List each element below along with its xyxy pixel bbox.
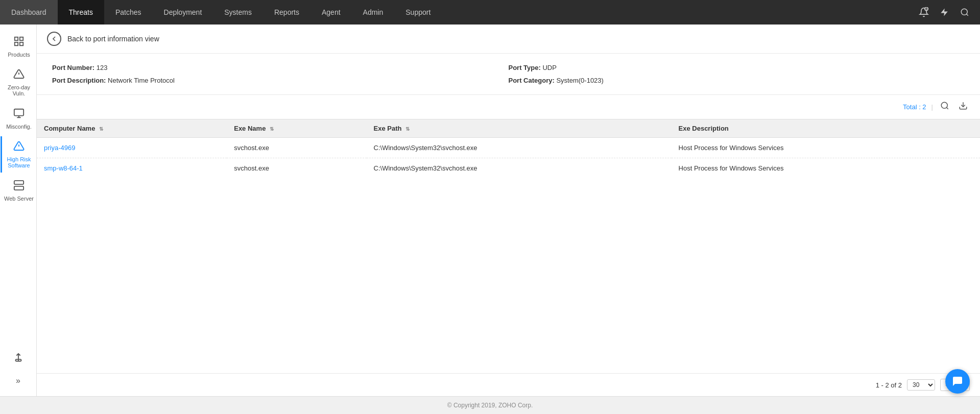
misconfig-icon <box>13 108 25 121</box>
chat-button[interactable] <box>945 369 970 394</box>
sidebar-webserver-label: Web Server <box>4 196 34 202</box>
port-description-field: Port Description: Network Time Protocol <box>52 77 509 84</box>
main-layout: Products Zero-day Vuln. Misconfig. High … <box>0 25 980 396</box>
col-exe-description-label: Exe Description <box>679 125 729 132</box>
search-table-button[interactable] <box>938 100 951 114</box>
nav-systems[interactable]: Systems <box>213 0 263 25</box>
cell-computer-name: priya-4969 <box>37 138 227 158</box>
col-computer-name-label: Computer Name <box>44 125 95 132</box>
col-exe-path[interactable]: Exe Path ⇅ <box>367 119 672 138</box>
col-computer-name[interactable]: Computer Name ⇅ <box>37 119 227 138</box>
table-row: smp-w8-64-1svchost.exeC:\Windows\System3… <box>37 158 980 179</box>
export-button[interactable] <box>957 100 970 114</box>
svg-rect-4 <box>15 37 18 40</box>
cell-exe-path: C:\Windows\System32\svchost.exe <box>367 138 672 158</box>
per-page-select[interactable]: 30 50 100 <box>907 379 935 391</box>
port-number-label: Port Number: <box>52 64 94 71</box>
port-info-section: Port Number: 123 Port Type: UDP Port Des… <box>37 54 980 95</box>
nav-patches[interactable]: Patches <box>104 0 153 25</box>
webserver-icon <box>13 180 25 193</box>
svg-rect-7 <box>20 42 23 45</box>
cell-exe-path: C:\Windows\System32\svchost.exe <box>367 158 672 179</box>
svg-line-3 <box>966 14 968 15</box>
nav-admin[interactable]: Admin <box>352 0 395 25</box>
copyright-text: © Copyright 2019, ZOHO Corp. <box>447 402 533 409</box>
table-header-row: Computer Name ⇅ Exe Name ⇅ Exe Path ⇅ <box>37 119 980 138</box>
port-description-label: Port Description: <box>52 77 106 84</box>
computer-name-link[interactable]: smp-w8-64-1 <box>44 164 83 172</box>
svg-rect-5 <box>20 37 23 40</box>
sidebar-products-label: Products <box>8 52 30 58</box>
cell-exe-description: Host Process for Windows Services <box>672 138 980 158</box>
port-number-field: Port Number: 123 <box>52 64 509 71</box>
nav-agent[interactable]: Agent <box>310 0 352 25</box>
svg-rect-15 <box>14 180 23 184</box>
info-row-1: Port Number: 123 Port Type: UDP <box>52 64 965 71</box>
port-description-val: Network Time Protocol <box>108 77 175 84</box>
table-scroll: Computer Name ⇅ Exe Name ⇅ Exe Path ⇅ <box>37 119 980 373</box>
svg-point-0 <box>925 7 928 11</box>
nav-support[interactable]: Support <box>394 0 442 25</box>
table-area: Total : 2 | Computer Name ⇅ <box>37 95 980 396</box>
nav-deployment[interactable]: Deployment <box>153 0 213 25</box>
nav-reports[interactable]: Reports <box>263 0 310 25</box>
port-type-val: UDP <box>542 64 556 71</box>
computer-name-link[interactable]: priya-4969 <box>44 144 75 152</box>
col-exe-name-label: Exe Name <box>234 125 266 132</box>
col-exe-path-label: Exe Path <box>374 125 402 132</box>
sidebar-item-webserver[interactable]: Web Server <box>1 173 36 208</box>
svg-rect-16 <box>14 186 23 189</box>
port-type-label: Port Type: <box>509 64 541 71</box>
sidebar-item-zerodayvuln[interactable]: Zero-day Vuln. <box>1 64 36 101</box>
usb-icon[interactable] <box>1 347 36 370</box>
total-count: Total : 2 <box>903 103 926 111</box>
info-row-2: Port Description: Network Time Protocol … <box>52 77 965 84</box>
svg-point-20 <box>941 102 947 108</box>
col-exe-name[interactable]: Exe Name ⇅ <box>227 119 366 138</box>
sort-icon-exe-path: ⇅ <box>405 126 410 132</box>
sidebar-highrisksoftware-label: High Risk Software <box>4 156 34 168</box>
content-area: Back to port information view Port Numbe… <box>37 25 980 396</box>
svg-point-2 <box>961 9 967 15</box>
products-icon <box>13 36 25 50</box>
data-table: Computer Name ⇅ Exe Name ⇅ Exe Path ⇅ <box>37 119 980 178</box>
sidebar-item-highrisksoftware[interactable]: High Risk Software <box>1 136 36 173</box>
cell-computer-name: smp-w8-64-1 <box>37 158 227 179</box>
nav-dashboard[interactable]: Dashboard <box>0 0 58 25</box>
sidebar-item-misconfig[interactable]: Misconfig. <box>1 101 36 136</box>
search-nav-icon[interactable] <box>954 2 975 22</box>
table-toolbar: Total : 2 | <box>37 95 980 119</box>
nav-icon-area <box>914 2 980 22</box>
cell-exe-name: svchost.exe <box>227 158 366 179</box>
toolbar-divider: | <box>931 103 933 111</box>
zerodayvuln-icon <box>13 68 25 82</box>
footer: © Copyright 2019, ZOHO Corp. <box>0 396 980 414</box>
sidebar-misconfig-label: Misconfig. <box>6 124 32 130</box>
svg-rect-6 <box>15 42 18 45</box>
sort-icon-computer-name: ⇅ <box>99 126 103 132</box>
svg-marker-1 <box>941 9 948 16</box>
sidebar-item-products[interactable]: Products <box>1 29 36 64</box>
back-bar: Back to port information view <box>37 25 980 54</box>
lightning-icon[interactable] <box>934 2 954 22</box>
col-exe-description: Exe Description <box>672 119 980 138</box>
sidebar: Products Zero-day Vuln. Misconfig. High … <box>0 25 37 396</box>
table-row: priya-4969svchost.exeC:\Windows\System32… <box>37 138 980 158</box>
bell-icon[interactable] <box>914 2 934 22</box>
sort-icon-exe-name: ⇅ <box>270 126 274 132</box>
cell-exe-name: svchost.exe <box>227 138 366 158</box>
port-type-field: Port Type: UDP <box>509 64 965 71</box>
nav-threats[interactable]: Threats <box>58 0 104 25</box>
svg-line-21 <box>946 107 948 109</box>
port-number-val: 123 <box>97 64 108 71</box>
back-button[interactable] <box>47 32 61 46</box>
expand-sidebar-icon[interactable]: » <box>1 370 36 392</box>
svg-rect-10 <box>14 109 23 115</box>
port-category-label: Port Category: <box>509 77 555 84</box>
pagination: 1 - 2 of 2 30 50 100 ‹ › <box>37 373 980 396</box>
port-category-field: Port Category: System(0-1023) <box>509 77 965 84</box>
highrisksoftware-icon <box>13 140 25 154</box>
top-nav: Dashboard Threats Patches Deployment Sys… <box>0 0 980 25</box>
back-label: Back to port information view <box>67 35 159 43</box>
sidebar-bottom: » <box>0 347 36 396</box>
